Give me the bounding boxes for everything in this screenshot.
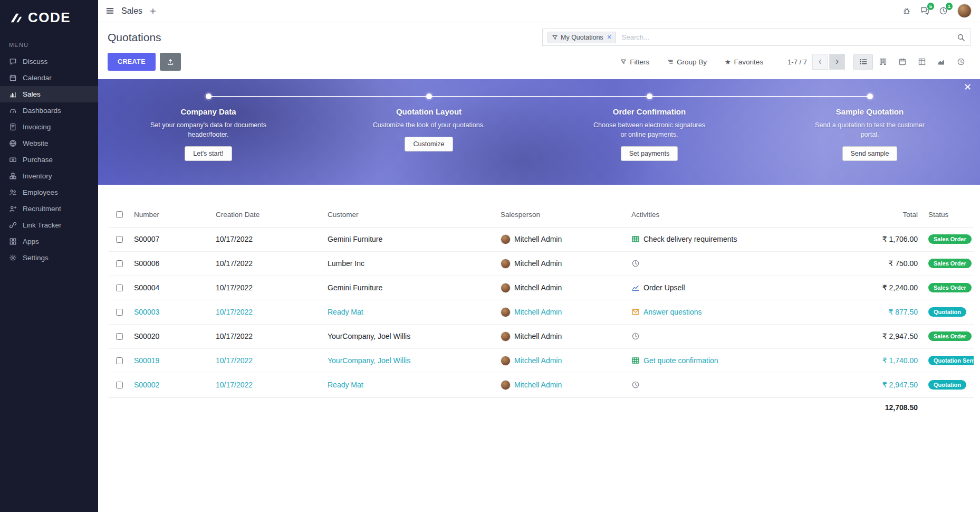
cell-creation-date[interactable]: 10/17/2022 — [210, 324, 322, 348]
messages-icon[interactable]: 5 — [920, 6, 929, 15]
customize-button[interactable]: Customize — [405, 137, 453, 151]
sidebar-item-calendar[interactable]: Calendar — [0, 70, 98, 86]
sidebar-item-sales[interactable]: Sales — [0, 86, 98, 102]
current-app-name[interactable]: Sales — [121, 6, 142, 16]
view-graph-button[interactable] — [931, 54, 951, 70]
cell-number[interactable]: S00007 — [129, 227, 210, 251]
filters-button[interactable]: Filters — [617, 58, 652, 67]
cell-activities[interactable]: Check delivery requirements — [626, 227, 861, 251]
table-row-s00002[interactable]: S00002 10/17/2022 Ready Mat Mitchell Adm… — [109, 373, 974, 397]
cell-creation-date[interactable]: 10/17/2022 — [210, 300, 322, 324]
cell-total[interactable]: ₹ 1,706.00 — [861, 227, 923, 251]
row-checkbox[interactable] — [116, 260, 123, 267]
cell-number[interactable]: S00002 — [129, 373, 210, 397]
sidebar-item-apps[interactable]: Apps — [0, 233, 98, 250]
cell-activities[interactable] — [626, 324, 861, 348]
search-filter-chip[interactable]: My Quotations ✕ — [547, 32, 616, 43]
cell-creation-date[interactable]: 10/17/2022 — [210, 348, 322, 373]
table-row-s00003[interactable]: S00003 10/17/2022 Ready Mat Mitchell Adm… — [109, 300, 974, 324]
cell-activities[interactable]: Answer questions — [626, 300, 861, 324]
brand-logo[interactable]: CODE — [0, 0, 98, 42]
cell-status[interactable]: Sales Order — [923, 227, 974, 251]
cell-salesperson[interactable]: Mitchell Admin — [495, 348, 626, 373]
cell-number[interactable]: S00003 — [129, 300, 210, 324]
header-number[interactable]: Number — [129, 203, 210, 227]
cell-status[interactable]: Sales Order — [923, 276, 974, 300]
sidebar-item-invoicing[interactable]: Invoicing — [0, 119, 98, 135]
sidebar-item-discuss[interactable]: Discuss — [0, 53, 98, 70]
remove-filter-icon[interactable]: ✕ — [607, 34, 612, 41]
view-calendar-button[interactable] — [892, 54, 912, 70]
sidebar-item-settings[interactable]: Settings — [0, 250, 98, 266]
let-s-start-button[interactable]: Let's start! — [185, 146, 232, 161]
cell-activities[interactable] — [626, 251, 861, 276]
search-icon[interactable] — [957, 33, 965, 42]
cell-customer[interactable]: YourCompany, Joel Willis — [322, 324, 495, 348]
cell-total[interactable]: ₹ 2,240.00 — [861, 276, 923, 300]
cell-customer[interactable]: Gemini Furniture — [322, 227, 495, 251]
cell-status[interactable]: Quotation — [923, 373, 974, 397]
sidebar-item-dashboards[interactable]: Dashboards — [0, 102, 98, 119]
activities-clock-icon[interactable]: 1 — [939, 6, 948, 15]
view-kanban-button[interactable] — [873, 54, 892, 70]
cell-salesperson[interactable]: Mitchell Admin — [495, 251, 626, 276]
table-row-s00019[interactable]: S00019 10/17/2022 YourCompany, Joel Will… — [109, 348, 974, 373]
user-avatar[interactable] — [957, 4, 972, 18]
view-pivot-button[interactable] — [912, 54, 931, 70]
cell-creation-date[interactable]: 10/17/2022 — [210, 251, 322, 276]
cell-number[interactable]: S00020 — [129, 324, 210, 348]
cell-activities[interactable]: Get quote confirmation — [626, 348, 861, 373]
favorites-button[interactable]: ★ Favorites — [722, 58, 766, 67]
row-checkbox[interactable] — [116, 236, 123, 243]
sidebar-item-recruitment[interactable]: Recruitment — [0, 201, 98, 217]
cell-salesperson[interactable]: Mitchell Admin — [495, 276, 626, 300]
cell-salesperson[interactable]: Mitchell Admin — [495, 227, 626, 251]
set-payments-button[interactable]: Set payments — [621, 146, 678, 161]
cell-status[interactable]: Quotation Sent — [923, 348, 974, 373]
cell-activities[interactable]: Order Upsell — [626, 276, 861, 300]
table-row-s00004[interactable]: S00004 10/17/2022 Gemini Furniture Mitch… — [109, 276, 974, 300]
header-activities[interactable]: Activities — [626, 203, 861, 227]
table-row-s00007[interactable]: S00007 10/17/2022 Gemini Furniture Mitch… — [109, 227, 974, 251]
cell-status[interactable]: Sales Order — [923, 251, 974, 276]
header-creation-date[interactable]: Creation Date — [210, 203, 322, 227]
cell-customer[interactable]: Ready Mat — [322, 300, 495, 324]
sidebar-item-employees[interactable]: Employees — [0, 184, 98, 201]
header-customer[interactable]: Customer — [322, 203, 495, 227]
hamburger-menu-icon[interactable] — [105, 6, 114, 15]
cell-total[interactable]: ₹ 1,740.00 — [861, 348, 923, 373]
sidebar-item-purchase[interactable]: Purchase — [0, 151, 98, 168]
row-checkbox[interactable] — [116, 333, 123, 340]
debug-bug-icon[interactable] — [902, 7, 911, 15]
view-list-button[interactable] — [853, 54, 873, 70]
search-input[interactable] — [621, 33, 952, 42]
row-checkbox[interactable] — [116, 382, 123, 388]
export-button[interactable] — [160, 53, 181, 71]
cell-total[interactable]: ₹ 2,947.50 — [861, 324, 923, 348]
sidebar-item-link-tracker[interactable]: Link Tracker — [0, 217, 98, 233]
sidebar-item-inventory[interactable]: Inventory — [0, 168, 98, 184]
header-salesperson[interactable]: Salesperson — [495, 203, 626, 227]
cell-status[interactable]: Quotation — [923, 300, 974, 324]
pager-next-button[interactable] — [829, 54, 845, 70]
header-total[interactable]: Total — [861, 203, 923, 227]
cell-activities[interactable] — [626, 373, 861, 397]
view-activity-button[interactable] — [951, 54, 971, 70]
cell-customer[interactable]: Lumber Inc — [322, 251, 495, 276]
cell-total[interactable]: ₹ 877.50 — [861, 300, 923, 324]
cell-customer[interactable]: Ready Mat — [322, 373, 495, 397]
cell-customer[interactable]: Gemini Furniture — [322, 276, 495, 300]
create-button[interactable]: CREATE — [108, 53, 156, 71]
cell-number[interactable]: S00004 — [129, 276, 210, 300]
cell-status[interactable]: Sales Order — [923, 324, 974, 348]
cell-creation-date[interactable]: 10/17/2022 — [210, 373, 322, 397]
row-checkbox[interactable] — [116, 357, 123, 364]
table-row-s00020[interactable]: S00020 10/17/2022 YourCompany, Joel Will… — [109, 324, 974, 348]
send-sample-button[interactable]: Send sample — [842, 146, 898, 161]
cell-salesperson[interactable]: Mitchell Admin — [495, 324, 626, 348]
row-checkbox[interactable] — [116, 285, 123, 291]
cell-number[interactable]: S00006 — [129, 251, 210, 276]
cell-total[interactable]: ₹ 2,947.50 — [861, 373, 923, 397]
cell-creation-date[interactable]: 10/17/2022 — [210, 276, 322, 300]
header-status[interactable]: Status — [923, 203, 974, 227]
